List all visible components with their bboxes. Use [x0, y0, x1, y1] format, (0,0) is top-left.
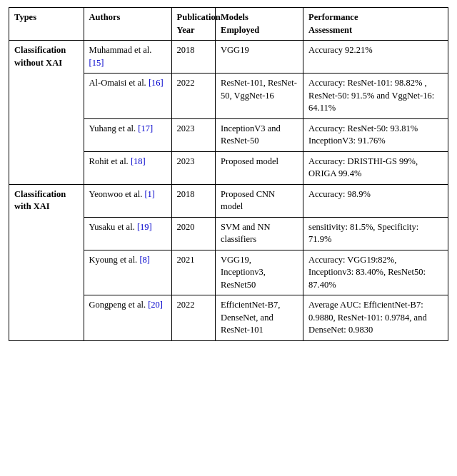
cell-year: 2022: [171, 74, 216, 119]
cell-performance: Accuracy: VGG19:82%, Inceptionv3: 83.40%…: [303, 250, 448, 295]
cell-year: 2023: [171, 118, 216, 151]
cell-authors: Yeonwoo et al. [1]: [84, 184, 171, 217]
header-performance: PerformanceAssessment: [303, 8, 448, 41]
header-types: Types: [9, 8, 84, 41]
section-label-0: Classification without XAI: [9, 41, 84, 185]
cell-models: ResNet-101, ResNet-50, VggNet-16: [216, 74, 303, 119]
author-ref-link[interactable]: [20]: [148, 300, 163, 310]
header-authors: Authors: [84, 8, 171, 41]
cell-authors: Muhammad et al. [15]: [84, 41, 171, 74]
cell-year: 2020: [171, 217, 216, 250]
cell-models: VGG19: [216, 41, 303, 74]
cell-performance: Accuracy: DRISTHI-GS 99%, ORIGA 99.4%: [303, 151, 448, 184]
author-ref-link[interactable]: [18]: [131, 156, 146, 166]
cell-models: EfficientNet-B7, DenseNet, and ResNet-10…: [216, 295, 303, 341]
cell-authors: Rohit et al. [18]: [84, 151, 171, 184]
section-label-1: Classification with XAI: [9, 184, 84, 340]
cell-year: 2023: [171, 151, 216, 184]
cell-year: 2021: [171, 250, 216, 295]
author-ref-link[interactable]: [8]: [139, 255, 150, 265]
cell-year: 2022: [171, 295, 216, 341]
author-ref-link[interactable]: [1]: [144, 189, 155, 199]
cell-performance: Accuracy: 98.9%: [303, 184, 448, 217]
cell-models: SVM and NN classifiers: [216, 217, 303, 250]
table-row: Classification without XAIMuhammad et al…: [9, 41, 448, 74]
cell-models: VGG19, Inceptionv3, ResNet50: [216, 250, 303, 295]
cell-authors: Gongpeng et al. [20]: [84, 295, 171, 341]
header-models: ModelsEmployed: [216, 8, 303, 41]
cell-authors: Al-Omaisi et al. [16]: [84, 74, 171, 119]
cell-performance: sensitivity: 81.5%, Specificity: 71.9%: [303, 217, 448, 250]
author-ref-link[interactable]: [16]: [149, 78, 164, 88]
table-row: Classification with XAIYeonwoo et al. [1…: [9, 184, 448, 217]
cell-performance: Average AUC: EfficientNet-B7: 0.9880, Re…: [303, 295, 448, 341]
cell-authors: Yuhang et al. [17]: [84, 118, 171, 151]
header-row: Types Authors PublicationYear ModelsEmpl…: [9, 8, 448, 41]
cell-performance: Accuracy: ResNet-101: 98.82% , ResNet-50…: [303, 74, 448, 119]
author-ref-link[interactable]: [15]: [89, 58, 104, 68]
cell-year: 2018: [171, 184, 216, 217]
cell-models: Proposed model: [216, 151, 303, 184]
header-year: PublicationYear: [171, 8, 216, 41]
cell-models: InceptionV3 and ResNet-50: [216, 118, 303, 151]
cell-performance: Accuracy 92.21%: [303, 41, 448, 74]
cell-authors: Kyoung et al. [8]: [84, 250, 171, 295]
cell-models: Proposed CNN model: [216, 184, 303, 217]
author-ref-link[interactable]: [19]: [137, 222, 152, 232]
main-table: Types Authors PublicationYear ModelsEmpl…: [9, 7, 448, 341]
cell-year: 2018: [171, 41, 216, 74]
author-ref-link[interactable]: [17]: [138, 123, 153, 133]
cell-authors: Yusaku et al. [19]: [84, 217, 171, 250]
cell-performance: Accuracy: ResNet-50: 93.81% InceptionV3:…: [303, 118, 448, 151]
